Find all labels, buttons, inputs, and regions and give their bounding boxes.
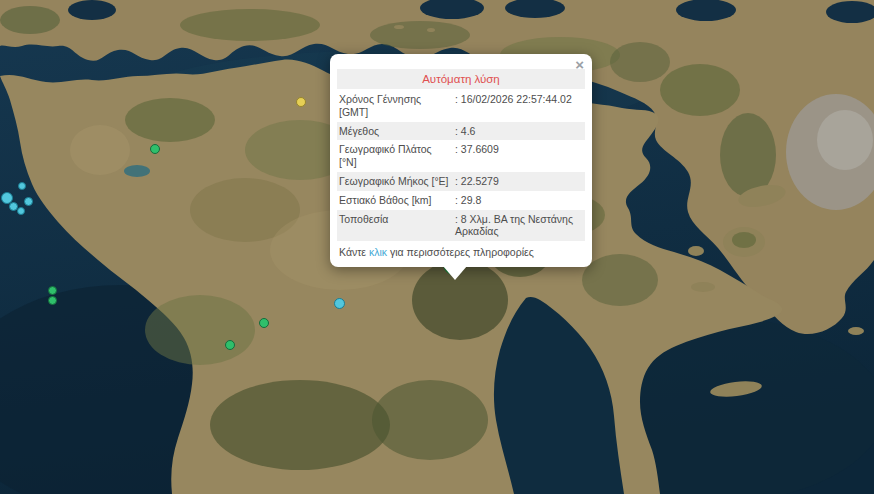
popup-rows: Χρόνος Γέννησης [GMT] : 16/02/2026 22:57…	[337, 90, 585, 241]
earthquake-marker[interactable]	[48, 286, 57, 295]
row-value: : 4.6	[455, 125, 583, 138]
map-viewport[interactable]: × Αυτόματη λύση Χρόνος Γέννησης [GMT] : …	[0, 0, 874, 494]
row-location: Τοποθεσία : 8 Χλμ. ΒΑ της Νεστάνης Αρκαδ…	[337, 210, 585, 242]
earthquake-marker[interactable]	[18, 182, 26, 190]
row-label: Γεωγραφικό Μήκος [°E]	[339, 175, 455, 188]
row-label: Εστιακό Βάθος [km]	[339, 194, 455, 207]
row-depth: Εστιακό Βάθος [km] : 29.8	[337, 191, 585, 210]
row-value: : 8 Χλμ. ΒΑ της Νεστάνης Αρκαδίας	[455, 213, 583, 239]
footer-text: για περισσότερες πληροφορίες	[387, 246, 534, 258]
row-label: Χρόνος Γέννησης [GMT]	[339, 93, 455, 119]
footer-text: Κάντε	[339, 246, 369, 258]
earthquake-marker[interactable]	[259, 318, 269, 328]
row-label: Μέγεθος	[339, 125, 455, 138]
more-info-link[interactable]: κλικ	[369, 246, 387, 258]
earthquake-marker[interactable]	[334, 298, 345, 309]
close-icon[interactable]: ×	[573, 55, 586, 74]
row-value: : 22.5279	[455, 175, 583, 188]
popup-title: Αυτόματη λύση	[337, 69, 585, 89]
popup-footer: Κάντε κλικ για περισσότερες πληροφορίες	[337, 241, 585, 261]
row-longitude: Γεωγραφικό Μήκος [°E] : 22.5279	[337, 172, 585, 191]
row-origin-time: Χρόνος Γέννησης [GMT] : 16/02/2026 22:57…	[337, 90, 585, 122]
earthquake-marker[interactable]	[17, 207, 25, 215]
row-label: Τοποθεσία	[339, 213, 455, 239]
row-value: : 37.6609	[455, 143, 583, 169]
popup-tail	[443, 266, 467, 280]
row-magnitude: Μέγεθος : 4.6	[337, 122, 585, 141]
row-value: : 16/02/2026 22:57:44.02	[455, 93, 583, 119]
earthquake-popup: × Αυτόματη λύση Χρόνος Γέννησης [GMT] : …	[330, 54, 592, 267]
earthquake-marker[interactable]	[296, 97, 306, 107]
row-label: Γεωγραφικό Πλάτος [°N]	[339, 143, 455, 169]
row-latitude: Γεωγραφικό Πλάτος [°N] : 37.6609	[337, 140, 585, 172]
row-value: : 29.8	[455, 194, 583, 207]
earthquake-marker[interactable]	[24, 197, 33, 206]
earthquake-marker[interactable]	[48, 296, 57, 305]
earthquake-marker[interactable]	[225, 340, 235, 350]
earthquake-marker[interactable]	[150, 144, 160, 154]
